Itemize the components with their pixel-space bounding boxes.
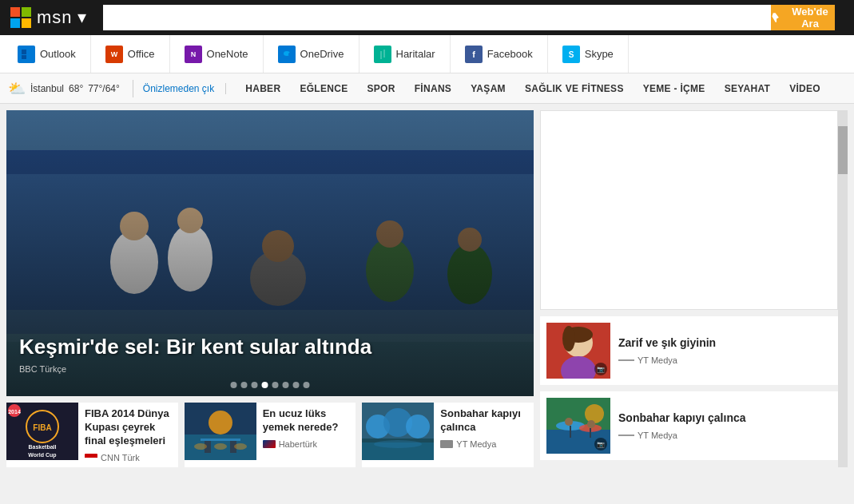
svg-point-51: [194, 443, 207, 450]
fall-source-line: [618, 435, 634, 436]
svg-point-65: [562, 326, 575, 351]
zarif-camera-badge: 📷: [594, 363, 607, 375]
svg-point-74: [587, 420, 595, 428]
news-card-sonbahar[interactable]: Sonbahar kapıyı çalınca YT Medya: [362, 403, 534, 467]
svg-text:FIBA: FIBA: [33, 423, 51, 432]
nav-saglik[interactable]: SAĞLIK VE FİTNESS: [515, 83, 634, 94]
msn-logo[interactable]: msn ▾: [10, 6, 87, 29]
hero-dot-3[interactable]: [252, 382, 258, 388]
office-icon: W: [105, 46, 123, 63]
haritalar-icon: [374, 46, 391, 63]
svg-point-47: [209, 411, 232, 435]
city-name: İstanbul: [30, 83, 64, 94]
hero-dot-7[interactable]: [293, 382, 300, 388]
svg-text:S: S: [568, 50, 574, 59]
news-card-fiba-content: FIBA 2014 Dünya Kupası çeyrek final eşle…: [85, 403, 178, 467]
hero-dot-5[interactable]: [272, 382, 279, 388]
hero-dot-2[interactable]: [241, 382, 248, 388]
search-button[interactable]: Web'de Ara: [771, 5, 835, 30]
svg-text:f: f: [472, 50, 475, 59]
facebook-label: Facebook: [487, 48, 533, 60]
fiba-svg: FIBA Basketball World Cup 2014: [6, 403, 78, 460]
outlook-svg: [21, 49, 32, 60]
hero-title: Keşmir'de sel: Bir kent sular altında: [19, 335, 521, 359]
haritalar-label: Haritalar: [396, 48, 435, 60]
news-card-sonbahar-image: [362, 403, 434, 460]
yt-flag: [440, 440, 453, 448]
app-item-onedrive[interactable]: OneDrive: [264, 35, 359, 73]
skype-svg: S: [566, 49, 577, 60]
svg-point-60: [374, 440, 422, 448]
nav-video[interactable]: VİDEO: [780, 83, 830, 94]
app-item-office[interactable]: W Office: [91, 35, 170, 73]
svg-rect-70: [570, 426, 571, 438]
restaurant-source: Habertürk: [263, 439, 352, 449]
news-card-restaurant-content: En ucuz lüks yemek nerede? Habertürk: [263, 403, 356, 467]
sonbahar-svg: [362, 403, 434, 460]
nav-finans[interactable]: FİNANS: [405, 83, 461, 94]
app-item-outlook[interactable]: Outlook: [3, 35, 91, 73]
news-card-fiba[interactable]: FIBA Basketball World Cup 2014 FIBA 2014…: [6, 403, 178, 467]
svg-rect-6: [22, 55, 26, 59]
zarif-image: 📷: [546, 323, 610, 379]
nav-eglence[interactable]: EĞLENCE: [290, 83, 357, 94]
sonbahar-source: YT Medya: [440, 439, 529, 449]
nav-yasam[interactable]: YAŞAM: [461, 83, 515, 94]
fall-source-text: YT Medya: [638, 431, 677, 440]
news-card-sonbahar-content: Sonbahar kapıyı çalınca YT Medya: [440, 403, 534, 467]
bing-icon: [771, 11, 782, 24]
app-item-facebook[interactable]: f Facebook: [451, 35, 548, 73]
onedrive-svg: [280, 50, 294, 59]
svg-text:N: N: [190, 50, 196, 58]
nav-spor[interactable]: SPOR: [357, 83, 404, 94]
office-svg: W: [109, 49, 120, 60]
right-scrollbar[interactable]: [838, 110, 848, 467]
svg-rect-72: [590, 428, 591, 438]
weather-section[interactable]: ⛅ İstanbul 68° 77°/64°: [8, 80, 133, 97]
news-cards-row: FIBA Basketball World Cup 2014 FIBA 2014…: [6, 403, 534, 467]
hero-dot-4[interactable]: [262, 382, 268, 388]
hero-dots: [231, 382, 310, 388]
svg-marker-15: [378, 50, 387, 59]
search-input[interactable]: [103, 5, 771, 30]
app-item-haritalar[interactable]: Haritalar: [359, 35, 451, 73]
fall-source: YT Medya: [618, 431, 832, 440]
svg-point-14: [288, 52, 293, 56]
right-card-zarif[interactable]: 📷 Zarif ve şık giyinin YT Medya: [540, 316, 838, 385]
preview-link[interactable]: Önizlemeden çık: [143, 83, 226, 94]
news-card-restaurant-image: [185, 403, 256, 460]
msn-text: msn: [37, 7, 73, 28]
hero-dot-8[interactable]: [304, 382, 310, 388]
svg-text:World Cup: World Cup: [28, 452, 56, 458]
app-item-skype[interactable]: S Skype: [548, 35, 629, 73]
msn-icon: [10, 6, 32, 29]
hero-dot-1[interactable]: [231, 382, 237, 388]
dropdown-arrow[interactable]: ▾: [77, 7, 87, 28]
main-content: Keşmir'de sel: Bir kent sular altında BB…: [0, 104, 854, 474]
onedrive-label: OneDrive: [300, 48, 344, 60]
skype-label: Skype: [585, 48, 614, 60]
skype-icon: S: [562, 46, 580, 63]
scrollbar-thumb[interactable]: [838, 126, 848, 174]
haberturk-label: Habertürk: [279, 439, 317, 449]
hero-dot-6[interactable]: [283, 382, 289, 388]
hero-source: BBC Türkçe: [19, 364, 521, 374]
app-item-onenote[interactable]: N OneNote: [170, 35, 264, 73]
fiba-source: CNN Türk: [85, 453, 173, 462]
nav-seyahat[interactable]: SEYAHAT: [715, 83, 780, 94]
svg-rect-3: [22, 18, 31, 28]
news-card-restaurant[interactable]: En ucuz lüks yemek nerede? Habertürk: [185, 403, 356, 467]
onenote-label: OneNote: [207, 48, 248, 60]
svg-point-73: [565, 418, 573, 426]
hero-article[interactable]: Keşmir'de sel: Bir kent sular altında BB…: [6, 110, 534, 396]
facebook-svg: f: [468, 49, 479, 60]
sonbahar-title: Sonbahar kapıyı çalınca: [440, 407, 529, 435]
nav-yeme[interactable]: YEME - İÇME: [634, 83, 715, 94]
onenote-svg: N: [188, 49, 199, 60]
nav-haber[interactable]: HABER: [236, 83, 290, 94]
zarif-source-line: [618, 359, 634, 361]
onenote-icon: N: [185, 46, 202, 63]
svg-rect-2: [10, 18, 20, 28]
right-area: 📷 Zarif ve şık giyinin YT Medya: [540, 110, 848, 467]
right-card-fall[interactable]: 📷 Sonbahar kapıyı çalınca YT Medya: [540, 391, 838, 460]
